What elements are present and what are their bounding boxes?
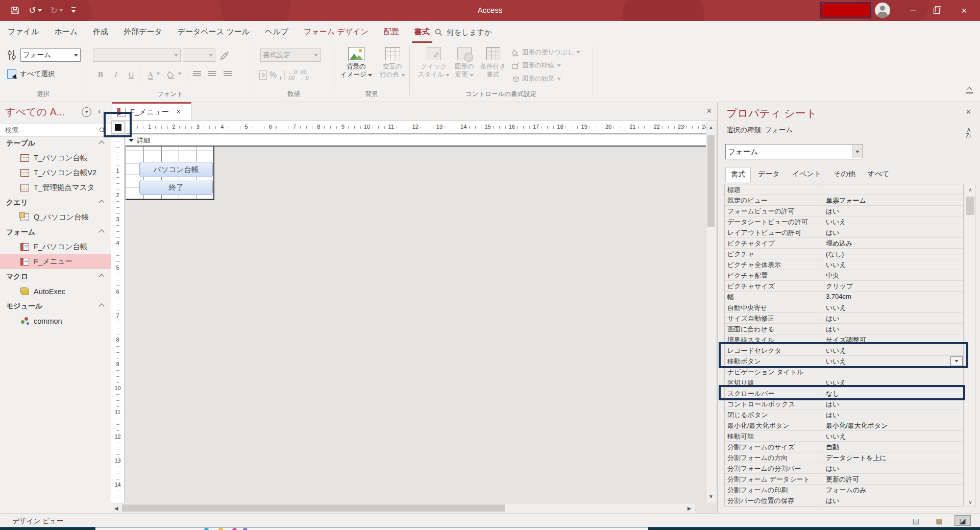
property-row-スクロールバー[interactable]: スクロールバーなし (725, 388, 963, 399)
nav-group-header[interactable]: テーブル (0, 136, 111, 151)
property-value[interactable]: 単票フォーム (822, 195, 963, 205)
property-row-分割フォームの印刷[interactable]: 分割フォームの印刷フォームのみ (725, 485, 963, 495)
nav-item-AutoExec[interactable]: AutoExec (0, 284, 111, 299)
nav-item-T_管理拠点マスタ[interactable]: T_管理拠点マスタ (0, 180, 111, 195)
scroll-left-icon[interactable]: ◀ (111, 503, 121, 513)
property-value[interactable] (822, 184, 963, 195)
nav-group-header[interactable]: フォーム (0, 225, 111, 239)
ribbon-tab-3[interactable]: 外部データ (116, 21, 170, 43)
vscroll-thumb[interactable] (707, 135, 715, 227)
property-value[interactable]: はい (822, 463, 963, 473)
ribbon-tab-4[interactable]: データベース ツール (170, 21, 257, 43)
nav-group-header[interactable]: モジュール (0, 299, 111, 314)
property-row-分割フォームのサイズ[interactable]: 分割フォームのサイズ自動 (725, 442, 963, 452)
property-sheet-close-icon[interactable]: × (966, 107, 971, 116)
property-tab-その他[interactable]: その他 (828, 167, 861, 182)
property-tab-イベント[interactable]: イベント (787, 167, 826, 182)
ribbon-tab-2[interactable]: 作成 (85, 21, 116, 43)
property-value[interactable]: (なし) (822, 249, 963, 259)
property-row-フォームビューの許可[interactable]: フォームビューの許可はい (725, 206, 963, 216)
tell-me-search[interactable]: 何をしますか (435, 26, 492, 39)
property-value[interactable]: はい (822, 206, 963, 216)
property-row-データシートビューの許可[interactable]: データシートビューの許可いいえ (725, 216, 963, 227)
property-value[interactable]: はい (822, 409, 963, 420)
property-value[interactable]: いいえ (822, 431, 963, 441)
property-row-閉じるボタン[interactable]: 閉じるボタンはい (725, 409, 963, 420)
property-row-ピクチャ配置[interactable]: ピクチャ配置中央 (725, 270, 963, 281)
property-row-レコードセレクタ[interactable]: レコードセレクタいいえ (725, 345, 963, 356)
property-value[interactable]: いいえ (822, 302, 963, 312)
property-row-ナビゲーション タイトル[interactable]: ナビゲーション タイトル (725, 367, 963, 377)
nav-item-T_パソコン台帳V2[interactable]: T_パソコン台帳V2 (0, 165, 111, 180)
property-value[interactable]: データシートを上に (822, 452, 963, 463)
property-value[interactable]: はい (822, 495, 963, 506)
property-value[interactable]: はい (822, 399, 963, 409)
property-row-既定のビュー[interactable]: 既定のビュー単票フォーム (725, 195, 963, 206)
property-row-レイアウトビューの許可[interactable]: レイアウトビューの許可はい (725, 227, 963, 238)
property-value[interactable]: はい (822, 324, 963, 334)
property-value[interactable]: フォームのみ (822, 485, 963, 495)
ribbon-tab-file[interactable]: ファイル (0, 21, 46, 43)
nav-group-header[interactable]: クエリ (0, 195, 111, 210)
canvas-horizontal-scrollbar[interactable]: ◀ ▶ (111, 503, 695, 513)
nav-search-box[interactable]: 検索... (0, 124, 111, 137)
background-image-button[interactable]: 背景の イメージ (338, 47, 375, 79)
ribbon-tab-5[interactable]: ヘルプ (257, 21, 296, 43)
property-value[interactable]: いいえ (822, 377, 963, 388)
property-row-分割フォームの方向[interactable]: 分割フォームの方向データシートを上に (725, 452, 963, 463)
property-row-分割バーの位置の保存[interactable]: 分割バーの位置の保存はい (725, 495, 963, 506)
ribbon-tab-1[interactable]: ホーム (46, 21, 85, 43)
collapse-ribbon-icon[interactable] (966, 88, 973, 93)
scroll-right-icon[interactable]: ▶ (684, 503, 694, 513)
property-value[interactable]: いいえ (822, 216, 963, 227)
property-value[interactable]: いいえ (822, 345, 963, 355)
scroll-up-icon[interactable]: ▲ (706, 121, 716, 134)
form-button-exit[interactable]: 終了 (139, 180, 213, 195)
layout-view-icon[interactable]: ▦ (931, 515, 947, 526)
hscroll-thumb[interactable] (122, 504, 505, 512)
document-close-icon[interactable]: × (706, 106, 712, 115)
property-tab-書式[interactable]: 書式 (725, 167, 751, 182)
form-view-icon[interactable]: ▤ (908, 515, 924, 526)
property-row-標題[interactable]: 標題 (725, 184, 963, 195)
property-row-分割フォームの分割バー[interactable]: 分割フォームの分割バーはい (725, 463, 963, 474)
property-value[interactable]: 中央 (822, 270, 963, 280)
account-avatar[interactable] (875, 3, 890, 18)
property-value[interactable] (822, 367, 963, 377)
property-value[interactable]: はい (822, 227, 963, 237)
canvas-vertical-scrollbar[interactable]: ▲ ▼ (706, 121, 716, 503)
property-row-自動中央寄せ[interactable]: 自動中央寄せいいえ (725, 302, 963, 313)
select-all-button[interactable]: すべて選択 (7, 69, 55, 79)
property-row-ピクチャタイプ[interactable]: ピクチャタイプ埋め込み (725, 238, 963, 249)
nav-item-F_メニュー[interactable]: F_メニュー (0, 254, 111, 269)
property-value[interactable]: 更新の許可 (822, 474, 963, 484)
nav-item-T_パソコン台帳[interactable]: T_パソコン台帳 (0, 151, 111, 165)
detail-section-bar[interactable]: 詳細 (126, 135, 715, 147)
ribbon-tab-6[interactable]: フォーム デザイン (296, 21, 376, 43)
property-value[interactable]: いいえ (822, 259, 963, 270)
property-row-ピクチャ[interactable]: ピクチャ(なし) (725, 249, 963, 259)
property-object-combo[interactable]: フォーム (725, 144, 863, 159)
property-row-ピクチャ全体表示[interactable]: ピクチャ全体表示いいえ (725, 259, 963, 270)
form-button-pc-ledger[interactable]: パソコン台帳 (139, 162, 213, 177)
object-selector-combo[interactable]: フォーム (20, 49, 81, 62)
nav-group-header[interactable]: マクロ (0, 269, 111, 284)
restore-button[interactable] (925, 0, 948, 21)
property-row-移動可能[interactable]: 移動可能いいえ (725, 431, 963, 442)
property-row-最小化/最大化ボタン[interactable]: 最小化/最大化ボタン最小化/最大化ボタン (725, 420, 963, 431)
nav-item-common[interactable]: common (0, 314, 111, 328)
property-value[interactable]: はい (822, 313, 963, 323)
property-value[interactable]: サイズ調整可 (822, 334, 963, 345)
shutter-close-icon[interactable]: ‹ (98, 106, 101, 116)
property-tab-データ[interactable]: データ (753, 167, 785, 182)
property-row-サイズ自動修正[interactable]: サイズ自動修正はい (725, 313, 963, 324)
property-row-移動ボタン[interactable]: 移動ボタンいいえ (725, 356, 963, 367)
property-scroll-up-icon[interactable]: ∧ (965, 184, 975, 195)
property-row-コントロールボックス[interactable]: コントロールボックスはい (725, 399, 963, 409)
property-scroll-thumb[interactable] (966, 197, 974, 215)
property-scrollbar[interactable]: ∧ ∨ (965, 184, 976, 507)
document-tab[interactable]: F_メニュー × (112, 102, 191, 121)
property-row-分割フォーム データシート[interactable]: 分割フォーム データシート更新の許可 (725, 474, 963, 485)
property-row-境界線スタイル[interactable]: 境界線スタイルサイズ調整可 (725, 334, 963, 345)
close-button[interactable]: × (948, 0, 980, 21)
